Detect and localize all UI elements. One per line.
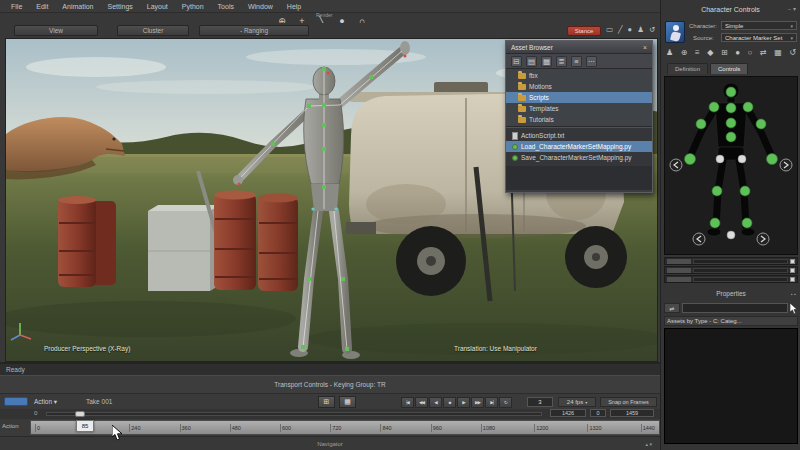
plot-icon[interactable]: ◆ <box>707 48 713 57</box>
stop-button[interactable]: ■ <box>443 397 456 408</box>
take-tab[interactable]: Action ▾ <box>34 398 57 406</box>
folder-row[interactable]: Tutorials <box>506 114 652 125</box>
navigator-bar[interactable]: Navigator ▴ ▾ <box>0 436 660 450</box>
assets-filter-row[interactable]: Assets by Type - C: Categ... <box>664 316 798 326</box>
range-mid-field[interactable]: 0 <box>590 409 606 417</box>
source-select[interactable]: Character Marker Set ▾ <box>721 33 797 42</box>
tab[interactable]: Controls <box>710 63 748 74</box>
large-icons-icon[interactable]: ⋯ <box>586 56 597 67</box>
checkbox[interactable] <box>790 277 795 282</box>
timeline-tick: 240 <box>129 424 140 432</box>
range-zero-label: 0 <box>34 410 37 416</box>
timeline-scrollbar[interactable] <box>46 412 542 416</box>
folder-row[interactable]: Templates <box>506 103 652 114</box>
viewport-tab[interactable]: View <box>14 25 98 36</box>
thumbnail-view-icon[interactable]: ▤ <box>526 56 537 67</box>
character-thumbnail[interactable] <box>665 21 685 43</box>
character-icon[interactable]: ♟ <box>666 48 673 57</box>
ik-icon[interactable]: ● <box>735 48 740 57</box>
mouse-cursor <box>112 425 123 442</box>
dot-icon[interactable]: ● <box>628 25 633 34</box>
settings-icon[interactable]: ↺ <box>789 48 796 57</box>
range-end-field[interactable]: 1459 <box>610 409 654 417</box>
take-name[interactable]: Take 001 <box>86 398 112 405</box>
character-controls-title: Character Controls <box>701 6 760 13</box>
viewport-tab[interactable]: Cluster <box>117 25 189 36</box>
skeleton-icon[interactable]: ≡ <box>695 48 700 57</box>
viewport-tab[interactable]: - Ranging <box>199 25 309 36</box>
snap-select[interactable]: Snap on Frames <box>600 397 657 407</box>
current-frame-indicator[interactable]: 85 <box>76 420 94 432</box>
take-bar: Action ▾ Take 001 ⊞▦ |◀◀◀◀■▶▶▶▶|↻ 3 24 f… <box>0 393 660 409</box>
character-map[interactable] <box>664 76 798 255</box>
search-input[interactable] <box>682 303 788 313</box>
scrollbar-handle[interactable] <box>75 411 85 417</box>
file-row[interactable]: Save_CharacterMarkerSetMapping.py <box>506 152 652 163</box>
undo-icon[interactable]: ↺ <box>649 25 655 34</box>
fps-select[interactable]: 24 fps▾ <box>558 397 596 407</box>
barrels-right[interactable] <box>214 191 298 292</box>
manipulator-hint-label: Translation: Use Manipulator <box>454 345 537 352</box>
stance-button[interactable]: Stance <box>567 26 601 36</box>
filter-toggle-button[interactable]: ⇄ <box>664 303 680 313</box>
previous-key-button[interactable]: ◀◀ <box>415 397 428 408</box>
key-icon[interactable]: ⊞ <box>721 48 728 57</box>
character-slot-row[interactable] <box>664 257 798 265</box>
file-row[interactable]: Load_CharacterMarkerSetMapping.py <box>506 141 652 152</box>
close-icon[interactable]: × <box>643 44 647 51</box>
go-to-start-button[interactable]: |◀ <box>401 397 414 408</box>
current-frame-field[interactable]: 3 <box>527 397 553 407</box>
detail-view-icon[interactable]: ▦ <box>541 56 552 67</box>
character-slot-row[interactable] <box>664 275 798 283</box>
asset-browser-toolbar: ⊟▤▦≣≡⋯ <box>506 54 652 69</box>
navigator-corner-icon[interactable]: ▴ ▾ <box>646 441 652 447</box>
folder-row[interactable]: fbx <box>506 70 652 81</box>
zero-key-button[interactable]: ▦ <box>339 396 356 408</box>
loop-button[interactable]: ↻ <box>499 397 512 408</box>
keyframe-button[interactable]: ⊞ <box>318 396 335 408</box>
marker-icon[interactable]: ▭ <box>606 25 613 34</box>
folder-row[interactable]: Scripts <box>506 92 652 103</box>
take-badge[interactable] <box>4 397 28 406</box>
properties-content[interactable] <box>664 328 798 444</box>
character-select[interactable]: Simple ▾ <box>721 21 797 30</box>
folder-row[interactable]: Motions <box>506 81 652 92</box>
fk-icon[interactable]: ○ <box>748 48 753 57</box>
menu-item[interactable]: Edit <box>29 3 55 10</box>
medium-icons-icon[interactable]: ≡ <box>571 56 582 67</box>
crate-model[interactable] <box>148 205 220 291</box>
menu-item[interactable]: Animation <box>55 3 100 10</box>
key-buttons: ⊞▦ <box>318 396 356 408</box>
pen-icon[interactable]: ╱ <box>618 25 623 34</box>
small-icons-icon[interactable]: ≣ <box>556 56 567 67</box>
go-to-end-button[interactable]: ▶| <box>485 397 498 408</box>
menu-item[interactable]: Window <box>241 3 280 10</box>
tab[interactable]: Definition <box>667 63 708 74</box>
checkbox[interactable] <box>790 268 795 273</box>
file-row[interactable]: ActionScript.txt <box>506 130 652 141</box>
menu-item[interactable]: Layout <box>140 3 175 10</box>
folder-icon <box>518 84 526 90</box>
menu-item[interactable]: Python <box>175 3 211 10</box>
menu-item[interactable]: File <box>4 3 29 10</box>
timeline-ruler[interactable]: 0120240360480600720840960108012001320144… <box>30 420 660 435</box>
play-button[interactable]: ▶ <box>457 397 470 408</box>
menu-item[interactable]: Help <box>280 3 308 10</box>
checkbox[interactable] <box>790 259 795 264</box>
menu-item[interactable]: Tools <box>211 3 241 10</box>
asset-browser-titlebar[interactable]: Asset Browser × <box>506 41 652 54</box>
actor-icon[interactable]: ♟ <box>637 25 644 34</box>
menu-item[interactable]: Settings <box>100 3 139 10</box>
play-reverse-button[interactable]: ◀ <box>429 397 442 408</box>
character-slot-row[interactable] <box>664 266 798 274</box>
barrels-left[interactable] <box>58 196 116 287</box>
folder-tree-icon[interactable]: ⊟ <box>511 56 522 67</box>
control-rig-icon[interactable]: ⊕ <box>681 48 688 57</box>
range-start-field[interactable]: 1426 <box>550 409 586 417</box>
panel-menu-icon[interactable]: − ▾ <box>788 5 796 12</box>
character-controls-panel: Character Controls − ▾ Character: Simple… <box>660 0 800 450</box>
next-key-button[interactable]: ▶▶ <box>471 397 484 408</box>
panel-options-icon[interactable]: ▪ ▪ <box>791 291 796 297</box>
mirror-icon[interactable]: ⇄ <box>760 48 767 57</box>
snap-icon[interactable]: ▦ <box>774 48 782 57</box>
